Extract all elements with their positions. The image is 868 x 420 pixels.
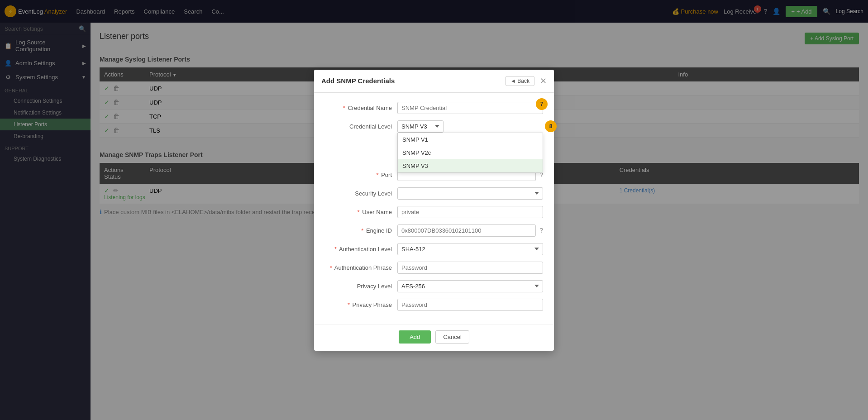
credential-level-select[interactable]: SNMP V1 SNMP V2c SNMP V3 <box>397 120 444 133</box>
user-name-row: * User Name <box>325 206 543 218</box>
auth-phrase-row: * Authentication Phrase <box>325 262 543 274</box>
credential-name-row: * Credential Name 7 <box>325 102 543 114</box>
dropdown-snmp-v2c[interactable]: SNMP V2c <box>398 146 543 159</box>
port-label: * Port <box>325 172 397 178</box>
modal-header: Add SNMP Credentials ◄ Back ✕ <box>314 70 554 93</box>
privacy-level-row: Privacy Level AES-256 <box>325 280 543 292</box>
user-name-label: * User Name <box>325 209 397 215</box>
credential-level-label: Credential Level <box>325 123 397 130</box>
privacy-phrase-row: * Privacy Phrase <box>325 299 543 311</box>
auth-level-select[interactable]: SHA-512 <box>397 243 543 255</box>
privacy-phrase-label: * Privacy Phrase <box>325 301 397 308</box>
auth-level-label: * Authentication Level <box>325 246 397 253</box>
engine-id-label: * Engine ID <box>325 227 397 234</box>
privacy-phrase-input[interactable] <box>397 299 543 311</box>
modal-title: Add SNMP Credentials <box>321 77 395 85</box>
security-level-row: Security Level <box>325 187 543 200</box>
modal-footer: Add Cancel <box>314 325 554 351</box>
close-button[interactable]: ✕ <box>540 77 547 85</box>
user-name-input[interactable] <box>397 206 543 218</box>
privacy-level-label: Privacy Level <box>325 283 397 290</box>
modal-cancel-button[interactable]: Cancel <box>435 330 469 344</box>
auth-level-row: * Authentication Level SHA-512 <box>325 243 543 255</box>
modal-header-right: ◄ Back ✕ <box>506 76 547 86</box>
auth-phrase-label: * Authentication Phrase <box>325 264 397 271</box>
add-snmp-credentials-modal: Add SNMP Credentials ◄ Back ✕ * Credenti… <box>314 70 554 351</box>
dropdown-snmp-v1[interactable]: SNMP V1 <box>398 133 543 146</box>
security-level-label: Security Level <box>325 190 397 197</box>
privacy-level-select[interactable]: AES-256 <box>397 280 543 292</box>
credential-level-row: Credential Level SNMP V1 SNMP V2c SNMP V… <box>325 120 543 133</box>
modal-body: * Credential Name 7 Credential Level SNM… <box>314 93 554 325</box>
credential-level-dropdown: SNMP V1 SNMP V2c SNMP V3 <box>397 133 543 173</box>
engine-id-row: * Engine ID ? <box>325 224 543 237</box>
credential-name-input[interactable] <box>397 102 543 114</box>
modal-overlay: Add SNMP Credentials ◄ Back ✕ * Credenti… <box>0 0 868 420</box>
dropdown-snmp-v3[interactable]: SNMP V3 <box>398 159 543 172</box>
engine-id-help-icon[interactable]: ? <box>539 227 543 234</box>
step-8-badge: 8 <box>545 120 557 132</box>
back-button[interactable]: ◄ Back <box>506 76 534 86</box>
auth-phrase-input[interactable] <box>397 262 543 274</box>
credential-name-label: * Credential Name <box>325 105 397 111</box>
modal-add-button[interactable]: Add <box>399 330 431 344</box>
security-level-select[interactable] <box>397 187 543 200</box>
engine-id-input[interactable] <box>397 224 536 237</box>
step-7-badge: 7 <box>536 98 548 110</box>
